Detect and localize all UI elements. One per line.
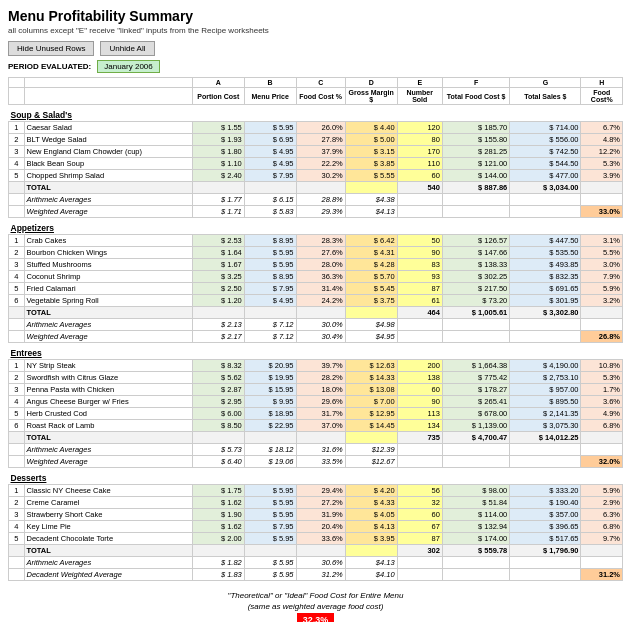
col-h-header: H: [581, 78, 623, 88]
col-b-header: B: [244, 78, 296, 88]
table-row: 5Herb Crusted Cod$ 6.00$ 18.9531.7%$ 12.…: [9, 408, 623, 420]
table-row: Arithmeic Averages$ 2.13$ 7.1230.0%$4.98: [9, 319, 623, 331]
table-row: 2BLT Wedge Salad$ 1.93$ 6.9527.8%$ 5.008…: [9, 134, 623, 146]
table-row: 5Chopped Shrimp Salad$ 2.40$ 7.9530.2%$ …: [9, 170, 623, 182]
page-title: Menu Profitability Summary: [8, 8, 623, 24]
final-value: 32.3%: [297, 613, 335, 622]
table-row: 3Strawberry Short Cake$ 1.90$ 5.9531.9%$…: [9, 509, 623, 521]
table-row: TOTAL540$ 887.86$ 3,034.00: [9, 182, 623, 194]
col-d-subheader: Gross Margin $: [345, 88, 397, 105]
final-label-1: "Theoretical" or "Ideal" Food Cost for E…: [8, 591, 623, 600]
col-h-subheader: Food Cost%: [581, 88, 623, 105]
section-header-2: Entrees: [9, 343, 623, 360]
col-f-subheader: Total Food Cost $: [442, 88, 509, 105]
section-header-0: Soup & Salad's: [9, 105, 623, 122]
table-row: 2Creme Caramel$ 1.62$ 5.9527.2%$ 4.3332$…: [9, 497, 623, 509]
col-d-header: D: [345, 78, 397, 88]
col-f-header: F: [442, 78, 509, 88]
toolbar: Hide Unused Rows Unhide All: [8, 41, 623, 56]
table-row: Decadent Weighted Average$ 1.83$ 5.9531.…: [9, 569, 623, 581]
table-row: TOTAL302$ 559.78$ 1,796.90: [9, 545, 623, 557]
page-subtitle: all columns except "E" receive "linked" …: [8, 26, 623, 35]
table-row: 4Coconut Shrimp$ 3.25$ 8.9536.3%$ 5.7093…: [9, 271, 623, 283]
col-e-header: E: [397, 78, 442, 88]
profitability-table: A B C D E F G H Portion Cost Menu Price …: [8, 77, 623, 581]
col-e-subheader: Number Sold: [397, 88, 442, 105]
table-row: 2Bourbon Chicken Wings$ 1.64$ 5.9527.6%$…: [9, 247, 623, 259]
column-header-row: A B C D E F G H: [9, 78, 623, 88]
table-row: Arithmeic Averages$ 1.82$ 5.9530.6%$4.13: [9, 557, 623, 569]
table-row: 3Stuffed Mushrooms$ 1.67$ 5.9528.0%$ 4.2…: [9, 259, 623, 271]
final-section: "Theoretical" or "Ideal" Food Cost for E…: [8, 591, 623, 622]
section-header-3: Desserts: [9, 468, 623, 485]
table-row: 3New England Clam Chowder (cup)$ 1.80$ 4…: [9, 146, 623, 158]
table-row: 1Caesar Salad$ 1.55$ 5.9526.0%$ 4.40120$…: [9, 122, 623, 134]
table-row: 6Roast Rack of Lamb$ 8.50$ 22.9537.0%$ 1…: [9, 420, 623, 432]
col-item-subheader: [24, 88, 192, 105]
period-label: PERIOD EVALUATED:: [8, 62, 91, 71]
period-value: January 2006: [97, 60, 159, 73]
table-row: 5Decadent Chocolate Torte$ 2.00$ 5.9533.…: [9, 533, 623, 545]
table-row: TOTAL464$ 1,005.61$ 3,302.80: [9, 307, 623, 319]
table-row: 1Classic NY Cheese Cake$ 1.75$ 5.9529.4%…: [9, 485, 623, 497]
col-a-header: A: [192, 78, 244, 88]
col-num-header: [9, 78, 25, 88]
column-subheader-row: Portion Cost Menu Price Food Cost % Gros…: [9, 88, 623, 105]
table-row: 2Swordfish with Citrus Glaze$ 5.62$ 19.9…: [9, 372, 623, 384]
table-row: 1NY Strip Steak$ 8.32$ 20.9539.7%$ 12.63…: [9, 360, 623, 372]
col-c-subheader: Food Cost %: [296, 88, 345, 105]
table-row: Weighted Average$ 2.17$ 7.1230.4%$4.9526…: [9, 331, 623, 343]
table-row: TOTAL735$ 4,700.47$ 14,012.25: [9, 432, 623, 444]
col-g-header: G: [510, 78, 581, 88]
col-num-subheader: [9, 88, 25, 105]
table-row: Arithmeic Averages$ 1.77$ 6.1528.8%$4.38: [9, 194, 623, 206]
col-a-subheader: Portion Cost: [192, 88, 244, 105]
table-row: Weighted Average$ 1.71$ 5.8329.3%$4.1333…: [9, 206, 623, 218]
col-c-header: C: [296, 78, 345, 88]
col-b-subheader: Menu Price: [244, 88, 296, 105]
table-row: 4Angus Cheese Burger w/ Fries$ 2.95$ 9.9…: [9, 396, 623, 408]
table-row: 1Crab Cakes$ 2.53$ 8.9528.3%$ 6.4250$ 12…: [9, 235, 623, 247]
table-row: 3Penna Pasta with Chicken$ 2.87$ 15.9518…: [9, 384, 623, 396]
table-row: 4Key Lime Pie$ 1.62$ 7.9520.4%$ 4.1367$ …: [9, 521, 623, 533]
table-row: Arithmeic Averages$ 5.73$ 18.1231.6%$12.…: [9, 444, 623, 456]
table-row: 4Black Bean Soup$ 1.10$ 4.9522.2%$ 3.851…: [9, 158, 623, 170]
table-row: Weighted Average$ 6.40$ 19.0633.5%$12.67…: [9, 456, 623, 468]
final-label-2: (same as weighted average food cost): [8, 602, 623, 611]
col-item-header: [24, 78, 192, 88]
section-header-1: Appetizers: [9, 218, 623, 235]
table-row: 6Vegetable Spring Roll$ 1.20$ 4.9524.2%$…: [9, 295, 623, 307]
table-row: 5Fried Calamari$ 2.50$ 7.9531.4%$ 5.4587…: [9, 283, 623, 295]
hide-unused-btn[interactable]: Hide Unused Rows: [8, 41, 94, 56]
unhide-all-btn[interactable]: Unhide All: [100, 41, 154, 56]
col-g-subheader: Total Sales $: [510, 88, 581, 105]
